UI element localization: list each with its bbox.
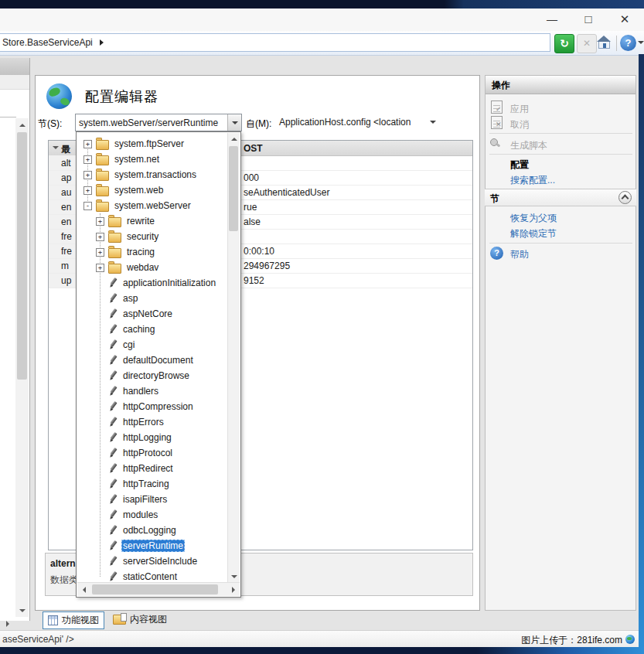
tree-item-staticContent[interactable]: staticContent: [77, 569, 228, 582]
tree-item-defaultDocument[interactable]: defaultDocument: [77, 353, 228, 368]
tree-item-security[interactable]: +security: [77, 229, 228, 244]
tab-features-view[interactable]: 功能视图: [43, 611, 104, 629]
folder-icon: [108, 264, 121, 274]
tree-item-modules[interactable]: modules: [77, 507, 228, 523]
home-icon[interactable]: [597, 36, 611, 49]
tree-item-system.transactions[interactable]: +system.transactions: [77, 167, 228, 182]
status-text: aseServiceApi' />: [2, 634, 74, 645]
close-button[interactable]: ✕: [612, 10, 637, 29]
pencil-icon: [108, 401, 118, 412]
tree-item-system.webServer[interactable]: -system.webServer: [77, 198, 228, 213]
generate-script-button[interactable]: 生成脚本: [510, 139, 547, 152]
breadcrumb-bar[interactable]: Store.BaseServiceApi: [0, 33, 550, 52]
window-top-edge: [0, 0, 644, 9]
breadcrumb[interactable]: Store.BaseServiceApi: [2, 37, 93, 48]
tree-item-isapiFilters[interactable]: isapiFilters: [77, 492, 228, 507]
tree-item-directoryBrowse[interactable]: directoryBrowse: [77, 368, 228, 383]
pencil-icon: [108, 293, 118, 304]
search-config-link[interactable]: 搜索配置...: [510, 174, 555, 187]
expand-icon[interactable]: +: [83, 155, 92, 164]
expand-icon[interactable]: +: [96, 248, 104, 257]
expand-icon[interactable]: +: [83, 186, 92, 195]
pencil-icon: [108, 370, 118, 381]
expand-icon[interactable]: +: [96, 233, 104, 241]
scroll-down-icon[interactable]: [228, 571, 240, 582]
maximize-button[interactable]: □: [576, 10, 601, 29]
refresh-button[interactable]: ↻: [554, 34, 574, 53]
tree-item-label: applicationInitialization: [121, 277, 217, 289]
tree-item-asp[interactable]: asp: [77, 291, 228, 306]
tree-item-rewrite[interactable]: +rewrite: [77, 213, 228, 229]
scroll-thumb[interactable]: [229, 146, 238, 231]
collapse-chevron-icon[interactable]: [53, 146, 59, 149]
tree-item-caching[interactable]: caching: [77, 322, 228, 337]
tree-item-label: tracing: [125, 246, 156, 258]
expand-icon[interactable]: +: [83, 140, 92, 148]
tree-item-system.net[interactable]: +system.net: [77, 152, 228, 167]
grid-header-right: OST: [244, 143, 263, 154]
section-combobox[interactable]: system.webServer/serverRuntime: [75, 114, 242, 131]
grid-row-name: en: [61, 202, 71, 213]
tree-item-label: asp: [121, 292, 139, 305]
tree-item-applicationInitialization[interactable]: applicationInitialization: [77, 275, 228, 291]
folder-icon: [96, 140, 109, 150]
tab-content-view[interactable]: 内容视图: [108, 611, 172, 628]
scroll-thumb[interactable]: [92, 584, 218, 594]
scroll-left-icon[interactable]: [78, 584, 90, 595]
dropdown-hscrollbar[interactable]: [77, 582, 240, 596]
tree-item-label: httpProtocol: [121, 447, 174, 459]
tree-item-system.web[interactable]: +system.web: [77, 182, 228, 198]
tree-item-cgi[interactable]: cgi: [77, 337, 228, 353]
tree-item-aspNetCore[interactable]: aspNetCore: [77, 306, 228, 322]
scroll-up-icon[interactable]: [228, 133, 240, 145]
page-title: 配置编辑器: [85, 87, 158, 106]
scroll-right-icon[interactable]: [227, 584, 239, 595]
section-tree: +system.ftpServer+system.net+system.tran…: [77, 133, 228, 582]
expand-icon[interactable]: +: [83, 171, 92, 179]
scroll-down-icon[interactable]: [16, 605, 28, 616]
stop-button-disabled[interactable]: ✕: [577, 34, 597, 53]
tree-item-httpRedirect[interactable]: httpRedirect: [77, 461, 228, 476]
expand-icon[interactable]: +: [96, 217, 104, 226]
help-link[interactable]: 帮助: [510, 248, 529, 261]
expand-icon[interactable]: +: [96, 264, 104, 272]
tree-item-httpErrors[interactable]: httpErrors: [77, 414, 228, 430]
cancel-button[interactable]: 取消: [510, 118, 529, 131]
dropdown-vscrollbar[interactable]: [227, 133, 240, 582]
tree-item-httpLogging[interactable]: httpLogging: [77, 430, 228, 445]
collapse-icon[interactable]: -: [83, 202, 92, 210]
revert-to-parent-link[interactable]: 恢复为父项: [510, 212, 557, 225]
tree-item-tracing[interactable]: +tracing: [77, 244, 228, 260]
tree-item-label: security: [125, 230, 160, 243]
grid-row-value: seAuthenticatedUser: [244, 187, 329, 198]
tree-item-httpTracing[interactable]: httpTracing: [77, 476, 228, 492]
unlock-section-link[interactable]: 解除锁定节: [510, 227, 557, 240]
apply-button[interactable]: 应用: [510, 103, 529, 116]
tree-item-httpProtocol[interactable]: httpProtocol: [77, 445, 228, 461]
section-dropdown: +system.ftpServer+system.net+system.tran…: [76, 131, 241, 598]
from-combobox[interactable]: ApplicationHost.config <location: [274, 114, 475, 131]
section-combo-arrow-icon[interactable]: [227, 114, 241, 131]
minimize-button[interactable]: —: [540, 10, 564, 29]
scroll-up-icon[interactable]: [16, 119, 28, 131]
scroll-thumb[interactable]: [17, 132, 27, 380]
scroll-right-icon[interactable]: [2, 618, 13, 629]
help-icon[interactable]: ?: [620, 35, 636, 51]
breadcrumb-arrow-icon[interactable]: [100, 39, 104, 46]
tree-item-odbcLogging[interactable]: odbcLogging: [77, 523, 228, 538]
tree-item-system.ftpServer[interactable]: +system.ftpServer: [77, 136, 228, 152]
tree-item-serverRuntime[interactable]: serverRuntime: [77, 538, 228, 554]
address-toolbar: Store.BaseServiceApi ↻ ✕ ?: [0, 31, 644, 56]
help-dropdown-arrow-icon[interactable]: [638, 41, 644, 44]
tree-item-label: system.net: [113, 153, 161, 165]
tree-item-handlers[interactable]: handlers: [77, 383, 228, 399]
from-combo-arrow-icon[interactable]: [430, 121, 436, 124]
tree-item-webdav[interactable]: +webdav: [77, 260, 228, 275]
actions-separator: [489, 133, 632, 134]
tree-item-label: system.ftpServer: [113, 138, 186, 150]
tree-item-serverSideInclude[interactable]: serverSideInclude: [77, 554, 228, 569]
collapse-section-button[interactable]: [618, 191, 632, 204]
connections-vscrollbar[interactable]: [15, 118, 29, 617]
tree-item-httpCompression[interactable]: httpCompression: [77, 399, 228, 414]
folder-icon: [108, 233, 121, 243]
